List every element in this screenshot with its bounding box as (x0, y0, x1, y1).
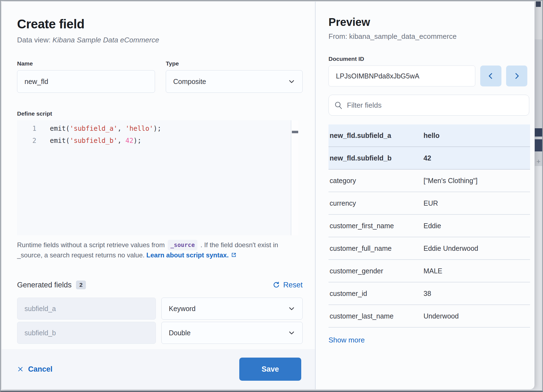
data-view-label: Data view: (17, 36, 53, 44)
code-token: 42 (126, 137, 134, 145)
code-token: 'hello' (126, 125, 153, 132)
preview-table-row[interactable]: customer_id38 (328, 282, 530, 305)
type-select-value: Composite (173, 78, 206, 86)
code-token: 'subfield_b' (70, 137, 117, 145)
field-value: hello (423, 132, 439, 140)
generated-fields-count-badge: 2 (76, 281, 86, 289)
field-value: Eddie Underwood (423, 244, 478, 252)
editor-scrollbar[interactable] (291, 120, 298, 235)
save-button[interactable]: Save (239, 358, 301, 381)
document-id-label: Document ID (328, 56, 527, 62)
field-value: Underwood (423, 312, 459, 320)
preview-table-row[interactable]: customer_first_nameEddie (328, 215, 530, 237)
filter-fields-box (328, 95, 529, 116)
preview-table-row[interactable]: currencyEUR (328, 192, 530, 215)
document-id-input[interactable] (328, 66, 475, 86)
reset-button[interactable]: Reset (272, 281, 303, 289)
flyout-footer: Cancel Save (2, 349, 315, 389)
preview-table-row[interactable]: customer_genderMALE (328, 260, 530, 282)
script-code-editor[interactable]: 1emit('subfield_a', 'hello');2emit('subf… (17, 120, 298, 235)
field-key: new_fld.subfield_a (328, 132, 423, 140)
generated-field-type-value: Keyword (169, 305, 196, 313)
background-plus-glyph: + (535, 157, 542, 166)
help-text-before: Runtime fields without a script retrieve… (17, 241, 167, 249)
preview-fields-table: new_fld.subfield_ahellonew_fld.subfield_… (328, 124, 530, 328)
show-more-link[interactable]: Show more (328, 336, 365, 344)
name-input[interactable] (17, 70, 155, 93)
editor-overview-marker (292, 131, 298, 133)
data-view-subtitle: Data view: Kibana Sample Data eCommerce (17, 36, 303, 44)
create-field-panel: Create field Data view: Kibana Sample Da… (2, 2, 315, 389)
code-text: emit('subfield_a', 'hello'); (36, 122, 161, 135)
window-frame: + Create field Data view: Kibana Sample … (0, 0, 543, 392)
code-token: ); (133, 137, 141, 145)
code-line: 2emit('subfield_b', 42); (17, 135, 298, 147)
field-key: new_fld.subfield_b (328, 154, 423, 162)
chevron-left-icon (487, 72, 495, 80)
field-key: customer_full_name (328, 244, 423, 252)
background-block (535, 139, 542, 151)
field-key: customer_id (328, 290, 423, 298)
preview-table-row[interactable]: new_fld.subfield_ahello (328, 124, 530, 147)
create-field-flyout: Create field Data view: Kibana Sample Da… (2, 2, 535, 389)
field-value: 38 (423, 290, 431, 298)
generated-field-name-input: subfield_a (17, 298, 156, 320)
source-code-chip: _source (168, 240, 198, 250)
script-editor-lines: 1emit('subfield_a', 'hello');2emit('subf… (17, 120, 298, 147)
preview-table-row[interactable]: category["Men's Clothing"] (328, 170, 530, 192)
refresh-icon (272, 281, 280, 289)
generated-fields-list: subfield_aKeywordsubfield_bDouble (17, 298, 303, 344)
chevron-right-icon (513, 72, 521, 80)
type-label: Type (166, 60, 303, 67)
generated-field-type-value: Double (169, 329, 191, 337)
line-number: 1 (17, 122, 36, 135)
previous-document-button[interactable] (480, 66, 501, 86)
background-block (535, 128, 542, 137)
generated-field-type-select[interactable]: Keyword (161, 298, 303, 320)
chevron-down-icon (288, 78, 295, 85)
external-link-icon (231, 252, 237, 258)
field-value: MALE (423, 267, 442, 275)
field-key: customer_first_name (328, 222, 423, 230)
generated-field-row: subfield_bDouble (17, 322, 303, 344)
field-key: category (328, 177, 423, 185)
field-value: 42 (423, 154, 431, 162)
field-value: ["Men's Clothing"] (423, 177, 477, 185)
generated-fields-title: Generated fields (17, 281, 72, 289)
generated-field-row: subfield_aKeyword (17, 298, 303, 320)
script-help-text: Runtime fields without a script retrieve… (17, 240, 298, 260)
code-line: 1emit('subfield_a', 'hello'); (17, 122, 298, 135)
close-icon (17, 366, 24, 372)
filter-fields-input[interactable] (347, 101, 523, 110)
preview-table-row[interactable]: customer_full_nameEddie Underwood (328, 237, 530, 260)
code-token: 'subfield_a' (70, 125, 117, 132)
preview-table-row[interactable]: new_fld.subfield_b42 (328, 147, 530, 170)
field-key: customer_last_name (328, 312, 423, 320)
cancel-button[interactable]: Cancel (17, 365, 53, 374)
field-key: customer_gender (328, 267, 423, 275)
background-band (535, 166, 542, 391)
type-select[interactable]: Composite (166, 70, 303, 93)
data-view-name: Kibana Sample Data eCommerce (53, 36, 159, 44)
name-type-row: Name Type Composite (17, 60, 303, 93)
chevron-down-icon (288, 305, 295, 312)
field-key: currency (328, 199, 423, 207)
code-token: , (118, 125, 126, 132)
document-id-row (328, 66, 527, 86)
preview-from-line: From: kibana_sample_data_ecommerce (328, 32, 527, 41)
preview-title: Preview (328, 16, 527, 28)
code-token: ); (153, 125, 161, 132)
field-value: Eddie (423, 222, 441, 230)
code-token: emit( (50, 125, 70, 132)
define-script-label: Define script (17, 110, 303, 117)
preview-table-row[interactable]: customer_last_nameUnderwood (328, 305, 530, 328)
generated-fields-header: Generated fields 2 Reset (17, 281, 303, 289)
generated-field-type-select[interactable]: Double (161, 322, 303, 344)
page-title: Create field (17, 17, 303, 31)
next-document-button[interactable] (506, 66, 527, 86)
cancel-label: Cancel (28, 365, 53, 374)
field-value: EUR (423, 199, 438, 207)
background-text-fragment (536, 1, 541, 7)
code-text: emit('subfield_b', 42); (36, 135, 141, 147)
learn-script-syntax-link[interactable]: Learn about script syntax. (146, 251, 229, 259)
